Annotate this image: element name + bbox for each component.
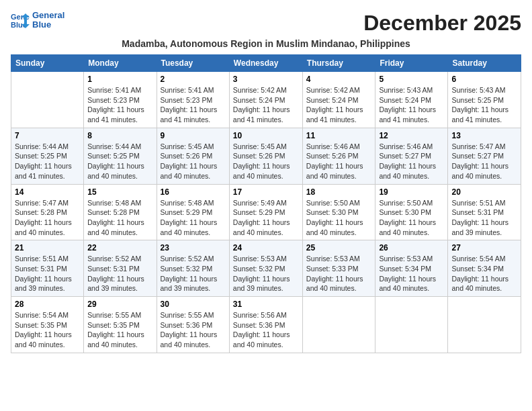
day-number: 12 [379, 131, 444, 140]
day-detail: Sunrise: 5:41 AMSunset: 5:23 PMDaylight:… [87, 85, 152, 125]
day-number: 5 [379, 75, 444, 84]
logo-icon: General Blue [11, 11, 30, 30]
day-number: 3 [233, 75, 299, 84]
day-number: 23 [161, 243, 226, 253]
day-detail: Sunrise: 5:47 AMSunset: 5:28 PMDaylight:… [15, 198, 80, 238]
weekday-header: Friday [375, 55, 448, 72]
day-detail: Sunrise: 5:50 AMSunset: 5:30 PMDaylight:… [379, 198, 444, 238]
day-detail: Sunrise: 5:46 AMSunset: 5:26 PMDaylight:… [306, 142, 372, 181]
day-number: 14 [15, 187, 80, 197]
calendar-cell: 23Sunrise: 5:52 AMSunset: 5:32 PMDayligh… [157, 240, 229, 297]
day-number: 24 [233, 243, 299, 253]
day-detail: Sunrise: 5:53 AMSunset: 5:33 PMDaylight:… [306, 254, 372, 293]
day-number: 7 [15, 131, 80, 140]
day-number: 8 [87, 131, 152, 140]
day-number: 21 [15, 243, 80, 253]
day-detail: Sunrise: 5:51 AMSunset: 5:31 PMDaylight:… [451, 198, 517, 238]
day-detail: Sunrise: 5:42 AMSunset: 5:24 PMDaylight:… [233, 85, 299, 125]
logo-line2: Blue [32, 20, 64, 30]
calendar-cell: 27Sunrise: 5:54 AMSunset: 5:34 PMDayligh… [448, 240, 521, 297]
day-detail: Sunrise: 5:42 AMSunset: 5:24 PMDaylight:… [306, 85, 372, 125]
weekday-header: Wednesday [229, 55, 302, 72]
calendar-cell: 13Sunrise: 5:47 AMSunset: 5:27 PMDayligh… [448, 128, 521, 184]
logo-line1: General [32, 11, 64, 20]
day-number: 6 [451, 75, 517, 84]
day-number: 10 [233, 131, 299, 140]
day-number: 4 [306, 75, 372, 84]
calendar-cell: 4Sunrise: 5:42 AMSunset: 5:24 PMDaylight… [302, 72, 375, 128]
day-detail: Sunrise: 5:53 AMSunset: 5:34 PMDaylight:… [379, 254, 444, 293]
day-number: 27 [451, 243, 517, 253]
day-detail: Sunrise: 5:44 AMSunset: 5:25 PMDaylight:… [15, 142, 80, 181]
calendar-cell: 3Sunrise: 5:42 AMSunset: 5:24 PMDaylight… [229, 72, 302, 128]
calendar-cell [11, 72, 84, 128]
calendar-cell: 8Sunrise: 5:44 AMSunset: 5:25 PMDaylight… [84, 128, 157, 184]
calendar-cell: 14Sunrise: 5:47 AMSunset: 5:28 PMDayligh… [11, 184, 84, 240]
calendar-cell: 21Sunrise: 5:51 AMSunset: 5:31 PMDayligh… [11, 240, 84, 297]
day-number: 9 [161, 131, 226, 140]
day-number: 22 [87, 243, 152, 253]
day-detail: Sunrise: 5:55 AMSunset: 5:35 PMDaylight:… [87, 310, 152, 350]
weekday-header: Tuesday [157, 55, 229, 72]
day-detail: Sunrise: 5:55 AMSunset: 5:36 PMDaylight:… [161, 310, 226, 350]
calendar-cell: 10Sunrise: 5:45 AMSunset: 5:26 PMDayligh… [229, 128, 302, 184]
weekday-header: Sunday [11, 55, 84, 72]
day-detail: Sunrise: 5:49 AMSunset: 5:29 PMDaylight:… [233, 198, 299, 238]
day-number: 29 [87, 300, 152, 309]
calendar-cell: 9Sunrise: 5:45 AMSunset: 5:26 PMDaylight… [157, 128, 229, 184]
calendar-cell [448, 297, 521, 353]
day-detail: Sunrise: 5:53 AMSunset: 5:32 PMDaylight:… [233, 254, 299, 293]
day-number: 16 [161, 187, 226, 197]
day-detail: Sunrise: 5:43 AMSunset: 5:24 PMDaylight:… [379, 85, 444, 125]
day-number: 11 [306, 131, 372, 140]
calendar-cell: 6Sunrise: 5:43 AMSunset: 5:25 PMDaylight… [448, 72, 521, 128]
weekday-header: Monday [84, 55, 157, 72]
day-detail: Sunrise: 5:51 AMSunset: 5:31 PMDaylight:… [15, 254, 80, 293]
subtitle: Madamba, Autonomous Region in Muslim Min… [11, 38, 521, 49]
calendar-cell: 30Sunrise: 5:55 AMSunset: 5:36 PMDayligh… [157, 297, 229, 353]
day-detail: Sunrise: 5:56 AMSunset: 5:36 PMDaylight:… [233, 310, 299, 350]
calendar-cell: 5Sunrise: 5:43 AMSunset: 5:24 PMDaylight… [375, 72, 448, 128]
calendar-cell [302, 297, 375, 353]
day-number: 28 [15, 300, 80, 309]
month-title: December 2025 [363, 11, 521, 36]
calendar-cell: 31Sunrise: 5:56 AMSunset: 5:36 PMDayligh… [229, 297, 302, 353]
day-detail: Sunrise: 5:52 AMSunset: 5:31 PMDaylight:… [87, 254, 152, 293]
weekday-header: Thursday [302, 55, 375, 72]
calendar-cell: 22Sunrise: 5:52 AMSunset: 5:31 PMDayligh… [84, 240, 157, 297]
day-detail: Sunrise: 5:44 AMSunset: 5:25 PMDaylight:… [87, 142, 152, 181]
day-detail: Sunrise: 5:48 AMSunset: 5:29 PMDaylight:… [161, 198, 226, 238]
day-detail: Sunrise: 5:48 AMSunset: 5:28 PMDaylight:… [87, 198, 152, 238]
day-number: 26 [379, 243, 444, 253]
calendar-cell [375, 297, 448, 353]
calendar-cell: 15Sunrise: 5:48 AMSunset: 5:28 PMDayligh… [84, 184, 157, 240]
calendar-cell: 16Sunrise: 5:48 AMSunset: 5:29 PMDayligh… [157, 184, 229, 240]
day-detail: Sunrise: 5:52 AMSunset: 5:32 PMDaylight:… [161, 254, 226, 293]
day-number: 30 [161, 300, 226, 309]
day-detail: Sunrise: 5:54 AMSunset: 5:34 PMDaylight:… [451, 254, 517, 293]
day-detail: Sunrise: 5:54 AMSunset: 5:35 PMDaylight:… [15, 310, 80, 350]
calendar-cell: 24Sunrise: 5:53 AMSunset: 5:32 PMDayligh… [229, 240, 302, 297]
day-detail: Sunrise: 5:46 AMSunset: 5:27 PMDaylight:… [379, 142, 444, 181]
day-detail: Sunrise: 5:45 AMSunset: 5:26 PMDaylight:… [233, 142, 299, 181]
calendar-cell: 25Sunrise: 5:53 AMSunset: 5:33 PMDayligh… [302, 240, 375, 297]
day-number: 1 [87, 75, 152, 84]
calendar-table: SundayMondayTuesdayWednesdayThursdayFrid… [11, 54, 521, 353]
day-detail: Sunrise: 5:41 AMSunset: 5:23 PMDaylight:… [161, 85, 226, 125]
day-number: 20 [451, 187, 517, 197]
calendar-cell: 26Sunrise: 5:53 AMSunset: 5:34 PMDayligh… [375, 240, 448, 297]
day-detail: Sunrise: 5:45 AMSunset: 5:26 PMDaylight:… [161, 142, 226, 181]
calendar-cell: 28Sunrise: 5:54 AMSunset: 5:35 PMDayligh… [11, 297, 84, 353]
calendar-cell: 7Sunrise: 5:44 AMSunset: 5:25 PMDaylight… [11, 128, 84, 184]
day-number: 31 [233, 300, 299, 309]
day-number: 13 [451, 131, 517, 140]
calendar-cell: 11Sunrise: 5:46 AMSunset: 5:26 PMDayligh… [302, 128, 375, 184]
day-number: 17 [233, 187, 299, 197]
calendar-cell: 17Sunrise: 5:49 AMSunset: 5:29 PMDayligh… [229, 184, 302, 240]
weekday-header: Saturday [448, 55, 521, 72]
day-number: 15 [87, 187, 152, 197]
calendar-cell: 19Sunrise: 5:50 AMSunset: 5:30 PMDayligh… [375, 184, 448, 240]
day-number: 2 [161, 75, 226, 84]
day-detail: Sunrise: 5:43 AMSunset: 5:25 PMDaylight:… [451, 85, 517, 125]
calendar-cell: 2Sunrise: 5:41 AMSunset: 5:23 PMDaylight… [157, 72, 229, 128]
